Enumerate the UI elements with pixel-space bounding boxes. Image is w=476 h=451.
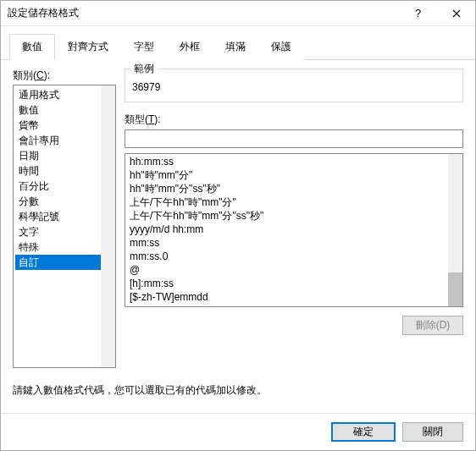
list-item[interactable]: 分數 — [15, 194, 113, 209]
type-label: 類型(T): — [125, 113, 463, 127]
list-item[interactable]: 科學記號 — [15, 209, 113, 224]
sample-group: 範例 36979 — [125, 69, 463, 102]
format-listbox[interactable]: hh:mm:ss hh"時"mm"分" hh"時"mm"分"ss"秒" 上午/下… — [125, 153, 463, 307]
list-item[interactable]: 文字 — [15, 224, 113, 239]
list-item[interactable]: 上午/下午hh"時"mm"分" — [125, 195, 462, 209]
list-item[interactable]: mm:ss.0 — [125, 250, 462, 263]
list-item[interactable]: 日期 — [15, 148, 113, 163]
close-icon[interactable] — [437, 1, 475, 26]
list-item[interactable]: @ — [125, 263, 462, 277]
list-item[interactable]: 數值 — [15, 102, 113, 118]
type-input[interactable] — [125, 129, 463, 148]
list-item[interactable]: 自訂 — [15, 255, 113, 270]
tab-fill[interactable]: 填滿 — [213, 34, 258, 60]
list-item[interactable]: 百分比 — [15, 179, 113, 194]
category-listbox[interactable]: 通用格式 數值 貨幣 會計專用 日期 時間 百分比 分數 科學記號 文字 特殊 … — [13, 85, 116, 368]
hint-text: 請鍵入數值格式代碼，您可以選取已有的代碼加以修改。 — [13, 383, 463, 398]
sample-value: 36979 — [132, 76, 456, 93]
list-item[interactable]: yyyy/m/d hh:mm — [125, 223, 462, 236]
scrollbar-thumb[interactable] — [448, 272, 462, 306]
close-button[interactable]: 關閉 — [402, 422, 463, 442]
tab-number[interactable]: 數值 — [9, 34, 55, 60]
list-item[interactable]: 特殊 — [15, 239, 113, 255]
dialog-footer: 確定 關閉 — [1, 413, 475, 450]
tab-alignment[interactable]: 對齊方式 — [55, 34, 121, 60]
window-title: 設定儲存格格式 — [8, 6, 399, 20]
list-item[interactable]: hh"時"mm"分" — [125, 168, 462, 182]
list-item[interactable]: 上午/下午hh"時"mm"分"ss"秒" — [125, 209, 462, 223]
ok-button[interactable]: 確定 — [331, 422, 396, 442]
dialog-window: 設定儲存格格式 ? 數值 對齊方式 字型 外框 填滿 保護 類別(C): 通用格… — [0, 0, 476, 451]
list-item[interactable]: hh:mm:ss — [125, 155, 462, 168]
tab-strip: 數值 對齊方式 字型 外框 填滿 保護 — [1, 26, 475, 60]
tab-content: 類別(C): 通用格式 數值 貨幣 會計專用 日期 時間 百分比 分數 科學記號… — [1, 60, 475, 413]
title-bar: 設定儲存格格式 ? — [1, 1, 475, 26]
list-item[interactable]: [h]:mm:ss — [125, 277, 462, 290]
delete-button[interactable]: 刪除(D) — [402, 316, 463, 335]
list-item[interactable]: 會計專用 — [15, 133, 113, 148]
list-item[interactable]: 貨幣 — [15, 118, 113, 133]
list-item[interactable]: 通用格式 — [15, 87, 113, 102]
tab-border[interactable]: 外框 — [167, 34, 213, 60]
help-button[interactable]: ? — [399, 1, 437, 26]
tab-font[interactable]: 字型 — [121, 34, 167, 60]
sample-label: 範例 — [130, 62, 158, 76]
list-item[interactable]: 時間 — [15, 163, 113, 179]
tab-protection[interactable]: 保護 — [258, 34, 304, 60]
list-item[interactable]: mm:ss — [125, 236, 462, 250]
scrollbar[interactable] — [101, 85, 115, 367]
list-item[interactable]: hh"時"mm"分"ss"秒" — [125, 182, 462, 195]
category-label: 類別(C): — [13, 69, 116, 83]
list-item[interactable]: [$-zh-TW]emmdd — [125, 290, 462, 304]
